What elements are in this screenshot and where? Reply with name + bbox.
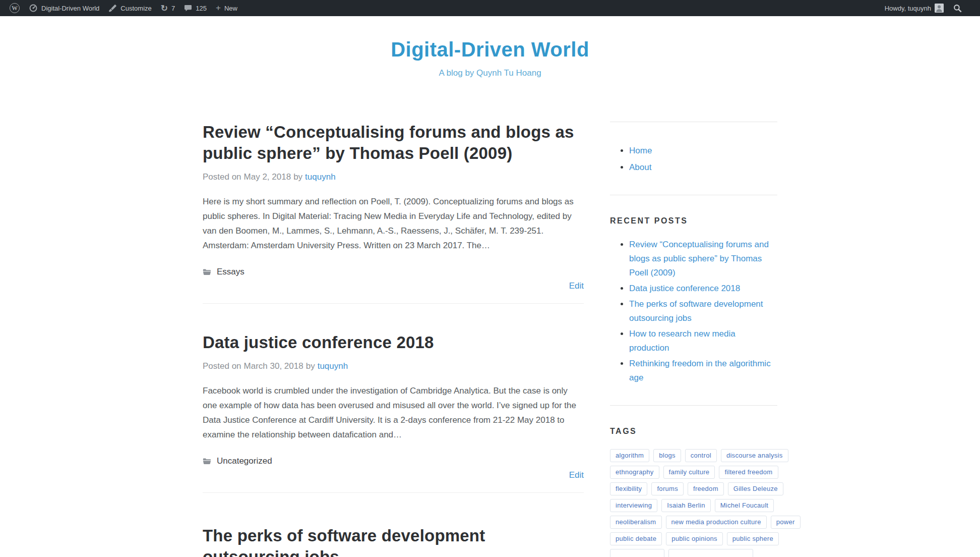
tag-pill[interactable]: public debate bbox=[610, 532, 662, 545]
tag-pill[interactable]: new media production culture bbox=[666, 516, 767, 529]
author-link[interactable]: tuquynh bbox=[318, 361, 348, 371]
sidebar: Home About RECENT POSTS Review “Conceptu… bbox=[610, 122, 777, 557]
posted-on-label: Posted on bbox=[203, 172, 241, 182]
author-link[interactable]: tuquynh bbox=[305, 172, 336, 182]
post-3: The perks of software development outsou… bbox=[203, 525, 584, 557]
recent-posts-list: Review “Conceptualising forums and blogs… bbox=[610, 238, 777, 385]
recent-post-item: How to research new media production bbox=[629, 327, 777, 355]
post-title[interactable]: Data justice conference 2018 bbox=[203, 332, 584, 353]
menu-item-about: About bbox=[629, 160, 777, 175]
tag-pill[interactable]: flexibility bbox=[610, 482, 647, 495]
search-icon bbox=[953, 4, 962, 13]
comments-count: 125 bbox=[196, 5, 207, 12]
paintbrush-icon bbox=[108, 4, 117, 13]
tag-row: flexibility forums freedom Gilles Deleuz… bbox=[610, 482, 777, 495]
updates-count: 7 bbox=[171, 5, 175, 12]
admin-bar: W Digital-Driven World Customize ↻ 7 bbox=[0, 0, 980, 16]
post-divider bbox=[203, 303, 584, 304]
search-toggle[interactable] bbox=[948, 0, 967, 16]
about-link[interactable]: About bbox=[629, 162, 651, 172]
tag-pill-cutoff[interactable] bbox=[668, 549, 753, 557]
post-title[interactable]: Review “Conceptualising forums and blogs… bbox=[203, 122, 584, 164]
tag-row: neoliberalism new media production cultu… bbox=[610, 516, 777, 529]
recent-post-link[interactable]: How to research new media production bbox=[629, 329, 736, 353]
edit-row: Edit bbox=[203, 281, 584, 291]
post-2: Data justice conference 2018 Posted on M… bbox=[203, 332, 584, 493]
tag-pill[interactable]: filtered freedom bbox=[719, 466, 778, 479]
post-meta: Posted on March 30, 2018 by tuquynh bbox=[203, 361, 584, 371]
tag-pill[interactable]: control bbox=[685, 449, 717, 462]
recent-post-link[interactable]: Rethinking freedom in the algorithmic ag… bbox=[629, 359, 771, 382]
wordpress-logo-icon: W bbox=[10, 3, 20, 13]
sidebar-menu: Home About bbox=[610, 143, 777, 175]
tag-pill[interactable]: freedom bbox=[688, 482, 724, 495]
updates-icon: ↻ bbox=[161, 4, 168, 13]
edit-link[interactable]: Edit bbox=[569, 281, 584, 291]
comment-bubble-icon bbox=[184, 4, 192, 12]
tag-pill[interactable]: forums bbox=[651, 482, 684, 495]
tag-pill[interactable]: discourse analysis bbox=[721, 449, 788, 462]
wordpress-logo-menu[interactable]: W bbox=[5, 0, 24, 16]
home-link[interactable]: Home bbox=[629, 146, 652, 155]
post-title[interactable]: The perks of software development outsou… bbox=[203, 525, 584, 557]
category-link[interactable]: Essays bbox=[217, 267, 244, 277]
tag-pill[interactable]: public sphere bbox=[727, 532, 779, 545]
tag-row: ethnography family culture filtered free… bbox=[610, 466, 777, 479]
recent-posts-title: RECENT POSTS bbox=[610, 216, 777, 226]
recent-post-link[interactable]: Review “Conceptualising forums and blogs… bbox=[629, 240, 769, 277]
category-row: Essays bbox=[203, 267, 584, 277]
admin-site-name: Digital-Driven World bbox=[41, 5, 99, 12]
tag-row: algorithm blogs control discourse analys… bbox=[610, 449, 777, 462]
edit-link[interactable]: Edit bbox=[569, 470, 584, 480]
post-meta: Posted on May 2, 2018 by tuquynh bbox=[203, 172, 584, 182]
folder-icon bbox=[203, 458, 211, 465]
updates-menu[interactable]: ↻ 7 bbox=[156, 0, 179, 16]
sidebar-divider bbox=[610, 405, 777, 406]
edit-row: Edit bbox=[203, 470, 584, 480]
category-row: Uncategorized bbox=[203, 456, 584, 466]
person-icon bbox=[935, 4, 944, 13]
post-excerpt: Facebook world is crumbled under the inv… bbox=[203, 383, 584, 442]
content-container: Review “Conceptualising forums and blogs… bbox=[203, 122, 777, 557]
tag-pill[interactable]: public opinions bbox=[666, 532, 723, 545]
howdy-text: Howdy, tuquynh bbox=[885, 5, 931, 12]
posted-on-label: Posted on bbox=[203, 361, 241, 371]
tag-pill[interactable]: neoliberalism bbox=[610, 516, 662, 529]
site-tagline: A blog by Quynh Tu Hoang bbox=[0, 68, 980, 78]
tag-pill[interactable]: Isaiah Berlin bbox=[661, 499, 710, 512]
customize-menu[interactable]: Customize bbox=[104, 0, 156, 16]
recent-post-link[interactable]: Data justice conference 2018 bbox=[629, 284, 740, 293]
admin-bar-right: Howdy, tuquynh bbox=[880, 0, 967, 16]
tag-row: public debate public opinions public sph… bbox=[610, 532, 777, 545]
sidebar-divider bbox=[610, 195, 777, 195]
new-content-menu[interactable]: + New bbox=[211, 0, 242, 16]
tag-pill[interactable]: family culture bbox=[663, 466, 715, 479]
tag-row: interviewing Isaiah Berlin Michel Foucau… bbox=[610, 499, 777, 512]
by-label: by bbox=[293, 172, 302, 182]
tag-pill[interactable]: power bbox=[771, 516, 801, 529]
post-1: Review “Conceptualising forums and blogs… bbox=[203, 122, 584, 304]
my-account-menu[interactable]: Howdy, tuquynh bbox=[880, 0, 948, 16]
recent-post-item: Rethinking freedom in the algorithmic ag… bbox=[629, 357, 777, 385]
site-header: Digital-Driven World A blog by Quynh Tu … bbox=[0, 16, 980, 78]
recent-post-item: Data justice conference 2018 bbox=[629, 282, 777, 296]
tag-pill[interactable]: algorithm bbox=[610, 449, 649, 462]
recent-post-link[interactable]: The perks of software development outsou… bbox=[629, 299, 763, 323]
post-date: May 2, 2018 bbox=[244, 172, 291, 182]
customize-label: Customize bbox=[120, 5, 151, 12]
tag-pill[interactable]: Gilles Deleuze bbox=[728, 482, 783, 495]
site-name-menu[interactable]: Digital-Driven World bbox=[24, 0, 104, 16]
tags-title: TAGS bbox=[610, 427, 777, 436]
tag-pill[interactable]: blogs bbox=[653, 449, 681, 462]
admin-bar-left: W Digital-Driven World Customize ↻ 7 bbox=[5, 0, 242, 16]
tag-pill[interactable]: interviewing bbox=[610, 499, 657, 512]
comments-menu[interactable]: 125 bbox=[179, 0, 211, 16]
tag-pill-cutoff[interactable] bbox=[610, 549, 664, 557]
dashboard-gauge-icon bbox=[29, 4, 38, 13]
by-label: by bbox=[306, 361, 315, 371]
category-link[interactable]: Uncategorized bbox=[217, 456, 272, 466]
post-excerpt: Here is my short summary and reflection … bbox=[203, 194, 584, 253]
tag-pill[interactable]: ethnography bbox=[610, 466, 659, 479]
site-title[interactable]: Digital-Driven World bbox=[0, 38, 980, 61]
tag-pill[interactable]: Michel Foucault bbox=[715, 499, 774, 512]
